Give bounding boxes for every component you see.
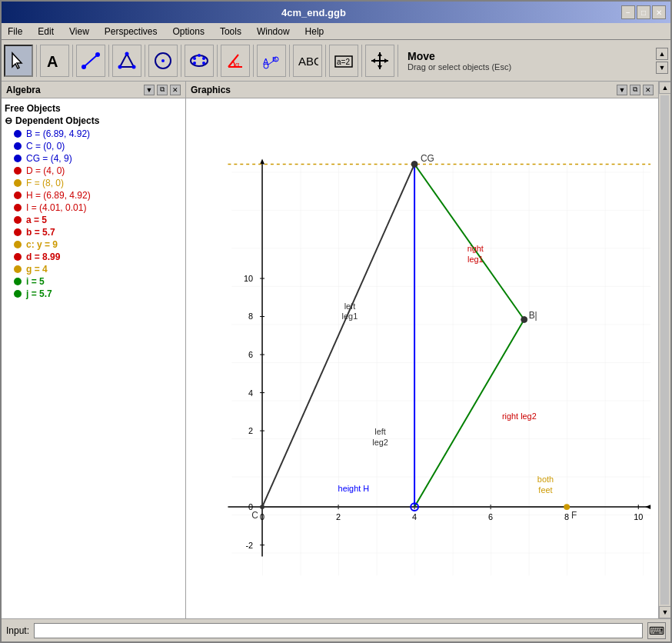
move-tool-button[interactable] — [4, 45, 33, 77]
polygon-tool-button[interactable] — [112, 45, 141, 77]
input-field[interactable] — [34, 623, 643, 638]
algebra-item-C: C = (0, 0) — [12, 140, 182, 152]
scroll-down-button[interactable]: ▼ — [656, 62, 668, 74]
algebra-item-d: d = 8.99 — [12, 251, 182, 263]
algebra-item-H: H = (6.89, 4.92) — [12, 189, 182, 202]
polygon-tool-icon — [116, 50, 138, 72]
algebra-item-c: c: y = 9 — [12, 238, 182, 251]
label-right-leg1b: leg1 — [467, 255, 484, 264]
menu-edit[interactable]: Edit — [35, 25, 57, 38]
label-both-feet: both — [537, 475, 554, 484]
dot-C — [14, 142, 22, 150]
svg-marker-5 — [120, 54, 134, 67]
label-left-leg2b: leg2 — [372, 438, 388, 447]
tool-group-abc: ABC — [293, 45, 326, 77]
scroll-up-graphics[interactable]: ▲ — [659, 82, 670, 94]
svg-point-10 — [161, 59, 165, 62]
move-tool-icon — [8, 50, 29, 72]
conic-tool-button[interactable] — [185, 45, 214, 77]
numeric-tool-icon: a=2 — [333, 50, 354, 72]
graphics-panel-icons: ▼ ⧉ ✕ — [617, 85, 654, 95]
toolbar: A — [2, 40, 670, 82]
minimize-button[interactable]: − — [621, 5, 635, 19]
algebra-item-a: a = 5 — [12, 214, 182, 226]
window-title: 4cm_end.ggb — [6, 7, 621, 18]
svg-marker-33 — [384, 58, 388, 63]
move2-tool-button[interactable] — [365, 45, 394, 77]
svg-point-14 — [202, 57, 205, 60]
menu-file[interactable]: File — [5, 25, 25, 38]
algebra-detach-icon[interactable]: ⧉ — [157, 85, 168, 95]
dot-i — [14, 278, 22, 285]
label-left-leg1: left — [344, 302, 356, 311]
label-C: C — [251, 510, 258, 521]
tool-group-line — [76, 45, 109, 77]
circle-tool-icon — [152, 50, 174, 72]
item-text-I: I = (4.01, 0.01) — [26, 202, 86, 213]
label-F: F — [571, 510, 577, 521]
angle-tool-button[interactable]: α — [221, 45, 250, 77]
svg-point-12 — [193, 57, 196, 60]
svg-point-7 — [125, 52, 129, 55]
main-window: 4cm_end.ggb − □ ✕ File Edit View Perspec… — [0, 0, 672, 643]
algebra-settings-icon[interactable]: ▼ — [144, 85, 155, 95]
tool-group-conic — [185, 45, 218, 77]
svg-point-15 — [202, 62, 205, 65]
scroll-up-button[interactable]: ▲ — [656, 48, 668, 60]
item-text-d: d = 8.99 — [26, 252, 60, 262]
menu-view[interactable]: View — [66, 25, 92, 38]
main-area: Algebra ▼ ⧉ ✕ Free Objects ⊖Dependent Ob… — [2, 82, 670, 618]
menu-tools[interactable]: Tools — [217, 25, 245, 38]
close-button[interactable]: ✕ — [652, 5, 666, 19]
algebra-content: Free Objects ⊖Dependent Objects B = (6.8… — [2, 98, 185, 618]
maximize-button[interactable]: □ — [637, 5, 650, 19]
text-tool-button[interactable]: A — [40, 45, 69, 77]
menu-options[interactable]: Options — [170, 25, 208, 38]
item-text-b: b = 5.7 — [26, 227, 55, 238]
graphics-detach-icon[interactable]: ⧉ — [630, 85, 640, 95]
abc-tool-button[interactable]: ABC — [293, 45, 322, 77]
algebra-item-D: D = (4, 0) — [12, 165, 182, 177]
svg-marker-0 — [12, 53, 22, 68]
menu-window[interactable]: Window — [254, 25, 293, 38]
dot-b — [14, 228, 22, 236]
svg-text:ABC: ABC — [298, 55, 318, 68]
y-label-minus2: -2 — [245, 541, 253, 550]
algebra-item-CG: CG = (4, 9) — [12, 152, 182, 165]
free-objects-label: Free Objects — [5, 103, 182, 114]
x-label-6: 6 — [488, 512, 493, 521]
canvas-area[interactable]: 0 2 4 6 8 10 2 4 6 8 10 0 -2 — [186, 98, 658, 618]
dot-F — [14, 179, 22, 187]
item-text-j: j = 5.7 — [26, 288, 52, 299]
item-text-CG: CG = (4, 9) — [26, 153, 72, 164]
x-label-0: 0 — [260, 512, 264, 521]
scroll-down-graphics[interactable]: ▼ — [659, 606, 670, 618]
x-label-8: 8 — [564, 512, 569, 521]
numeric-tool-button[interactable]: a=2 — [329, 45, 358, 77]
graphics-canvas: 0 2 4 6 8 10 2 4 6 8 10 0 -2 — [186, 98, 658, 618]
title-bar-buttons: − □ ✕ — [621, 5, 666, 19]
algebra-item-b: b = 5.7 — [12, 226, 182, 238]
graphics-settings-icon[interactable]: ▼ — [617, 85, 627, 95]
graphics-close-icon[interactable]: ✕ — [643, 85, 654, 95]
line-tool-button[interactable] — [76, 45, 105, 77]
dot-CG — [14, 155, 22, 162]
move2-tool-icon — [369, 50, 391, 72]
x-label-10: 10 — [634, 512, 643, 521]
title-bar: 4cm_end.ggb − □ ✕ — [2, 2, 670, 23]
move-info: Move Drag or select objects (Esc) — [401, 47, 517, 75]
line-tool-icon — [80, 50, 101, 72]
item-text-a: a = 5 — [26, 215, 47, 225]
input-keyboard-button[interactable]: ⌨ — [647, 622, 666, 639]
circle-tool-button[interactable] — [148, 45, 178, 77]
dot-a — [14, 216, 22, 224]
menu-help[interactable]: Help — [302, 25, 328, 38]
menu-perspectives[interactable]: Perspectives — [101, 25, 161, 38]
scroll-thumb-graphics[interactable] — [660, 95, 669, 605]
transform-tool-button[interactable]: A B — [257, 45, 286, 77]
algebra-close-icon[interactable]: ✕ — [170, 85, 181, 95]
tool-group-numeric: a=2 — [329, 45, 362, 77]
move-tool-description: Drag or select objects (Esc) — [408, 62, 511, 72]
item-text-F: F = (8, 0) — [26, 178, 64, 188]
tool-group-polygon — [112, 45, 145, 77]
